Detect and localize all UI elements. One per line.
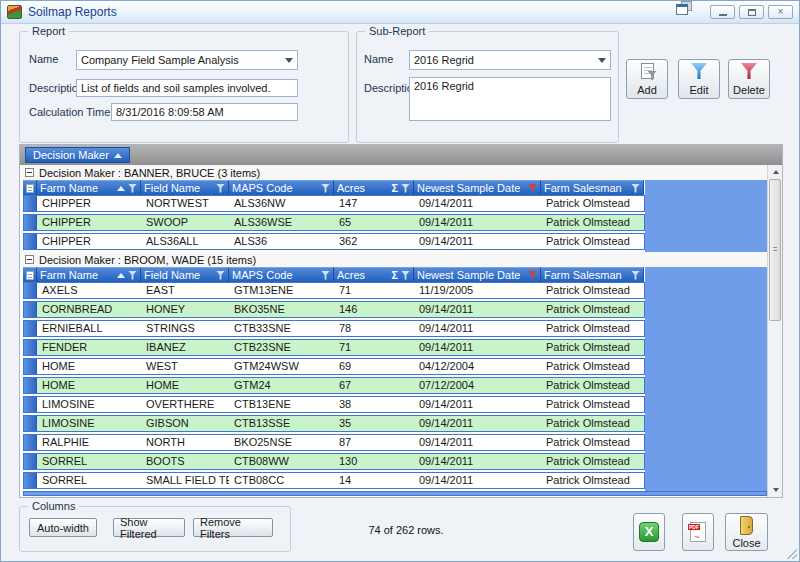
grid-cell: HONEY xyxy=(141,302,229,317)
row-indicator[interactable] xyxy=(24,196,37,211)
table-row[interactable]: HOMEWESTGTM24WSW6904/12/2004Patrick Olms… xyxy=(23,358,645,375)
sub-report-name-combo[interactable]: 2016 Regrid xyxy=(409,50,611,70)
filter-icon[interactable] xyxy=(631,184,640,193)
group-row[interactable]: Decision Maker : BROOM, WADE (15 items) xyxy=(23,252,767,267)
scroll-up-button[interactable] xyxy=(769,166,782,178)
filter-icon[interactable] xyxy=(321,271,330,280)
row-selector-header[interactable] xyxy=(23,267,37,282)
group-by-panel[interactable]: Decision Maker xyxy=(20,145,782,165)
minimize-button[interactable] xyxy=(710,5,735,19)
add-button[interactable]: Add xyxy=(626,59,668,99)
filter-icon[interactable] xyxy=(401,184,410,193)
column-header-field-name[interactable]: Field Name xyxy=(141,267,229,282)
column-header-farm-salesman[interactable]: Farm Salesman xyxy=(541,180,644,195)
collapse-group-button[interactable] xyxy=(25,168,34,177)
filter-icon[interactable] xyxy=(128,184,137,193)
auto-width-button[interactable]: Auto-width xyxy=(29,518,97,537)
calculation-time-field[interactable]: 8/31/2016 8:09:58 AM xyxy=(111,103,298,121)
table-row[interactable]: ERNIEBALLSTRINGSCTB33SNE7809/14/2011Patr… xyxy=(23,320,645,337)
row-indicator[interactable] xyxy=(24,359,37,374)
row-indicator[interactable] xyxy=(24,473,37,488)
resize-grip[interactable] xyxy=(787,549,797,559)
row-indicator[interactable] xyxy=(24,378,37,393)
row-indicator[interactable] xyxy=(24,416,37,431)
table-row[interactable]: HOMEHOMEGTM246707/12/2004Patrick Olmstea… xyxy=(23,377,645,394)
edit-button[interactable]: Edit xyxy=(678,59,720,99)
show-filtered-button[interactable]: Show Filtered xyxy=(113,518,185,537)
scrollbar-thumb[interactable] xyxy=(769,179,781,321)
report-description-field[interactable]: List of fields and soil samples involved… xyxy=(76,79,298,97)
table-row[interactable]: CHIPPERALS36ALLALS3636209/14/2011Patrick… xyxy=(23,233,645,250)
row-indicator[interactable] xyxy=(24,454,37,469)
table-row[interactable]: CORNBREADHONEYBKO35NE14609/14/2011Patric… xyxy=(23,301,645,318)
column-header-farm-name[interactable]: Farm Name xyxy=(37,180,141,195)
group-row[interactable]: Decision Maker : BANNER, BRUCE (3 items) xyxy=(23,165,767,180)
grid-cell: 09/14/2011 xyxy=(414,302,541,317)
filter-icon[interactable] xyxy=(128,271,137,280)
filter-icon[interactable] xyxy=(401,271,410,280)
column-header-maps-code[interactable]: MAPS Code xyxy=(229,267,334,282)
column-header-acres[interactable]: AcresΣ xyxy=(334,267,414,282)
close-button[interactable]: Close xyxy=(725,513,768,551)
column-header-newest-sample-date[interactable]: Newest Sample Date xyxy=(414,267,541,282)
column-header-label: Field Name xyxy=(144,182,200,194)
grid-cell: 07/12/2004 xyxy=(414,378,541,393)
grid-cell: CHIPPER xyxy=(37,215,141,230)
row-indicator[interactable] xyxy=(24,302,37,317)
form-window-icon[interactable] xyxy=(676,1,692,15)
table-row[interactable]: SORRELSMALL FIELD TESTCTB08CC1409/14/201… xyxy=(23,472,645,489)
grid-cell: Patrick Olmstead xyxy=(541,234,644,249)
partial-row xyxy=(23,491,767,496)
column-header-farm-name[interactable]: Farm Name xyxy=(37,267,141,282)
row-indicator[interactable] xyxy=(24,435,37,450)
row-indicator[interactable] xyxy=(24,234,37,249)
column-header-acres[interactable]: AcresΣ xyxy=(334,180,414,195)
filter-icon[interactable] xyxy=(631,271,640,280)
table-row[interactable]: LIMOSINEOVERTHERECTB13ENE3809/14/2011Pat… xyxy=(23,396,645,413)
grid-cell: HOME xyxy=(141,378,229,393)
table-row[interactable]: FENDERIBANEZCTB23SNE7109/14/2011Patrick … xyxy=(23,339,645,356)
active-filter-icon[interactable] xyxy=(528,271,537,280)
column-header-newest-sample-date[interactable]: Newest Sample Date xyxy=(414,180,541,195)
export-pdf-button[interactable]: PDF xyxy=(682,513,714,551)
table-row[interactable]: LIMOSINEGIBSONCTB13SSE3509/14/2011Patric… xyxy=(23,415,645,432)
table-row[interactable]: RALPHIENORTHBKO25NSE8709/14/2011Patrick … xyxy=(23,434,645,451)
group-table: Farm NameField NameMAPS CodeAcresΣNewest… xyxy=(23,267,645,491)
remove-filters-button[interactable]: Remove Filters xyxy=(193,518,273,537)
grid-cell: 09/14/2011 xyxy=(414,454,541,469)
filter-icon[interactable] xyxy=(321,184,330,193)
app-icon xyxy=(7,5,22,19)
row-indicator[interactable] xyxy=(24,283,37,298)
grid-cell: CHIPPER xyxy=(37,234,141,249)
table-row[interactable]: SORRELBOOTSCTB08WW13009/14/2011Patrick O… xyxy=(23,453,645,470)
row-indicator[interactable] xyxy=(24,215,37,230)
grid-cell: NORTWEST xyxy=(141,196,229,211)
active-filter-icon[interactable] xyxy=(528,184,537,193)
maximize-button[interactable] xyxy=(739,5,764,19)
scroll-down-button[interactable] xyxy=(769,484,782,496)
delete-button[interactable]: Delete xyxy=(728,59,770,99)
group-by-decision-maker-button[interactable]: Decision Maker xyxy=(25,147,130,163)
column-header-farm-salesman[interactable]: Farm Salesman xyxy=(541,267,644,282)
row-indicator[interactable] xyxy=(24,321,37,336)
column-header-field-name[interactable]: Field Name xyxy=(141,180,229,195)
grid-cell: CTB13ENE xyxy=(229,397,334,412)
remove-filters-label: Remove Filters xyxy=(200,516,266,540)
sub-report-description-field[interactable]: 2016 Regrid xyxy=(409,77,611,121)
collapse-group-button[interactable] xyxy=(25,255,34,264)
close-window-button[interactable]: × xyxy=(768,5,793,19)
row-indicator[interactable] xyxy=(24,340,37,355)
filter-icon[interactable] xyxy=(216,184,225,193)
table-row[interactable]: CHIPPERNORTWESTALS36NW14709/14/2011Patri… xyxy=(23,195,645,212)
grid-cell: 09/14/2011 xyxy=(414,435,541,450)
export-excel-button[interactable]: X xyxy=(633,513,665,551)
vertical-scrollbar[interactable] xyxy=(767,165,782,497)
column-header-maps-code[interactable]: MAPS Code xyxy=(229,180,334,195)
row-selector-header[interactable] xyxy=(23,180,37,195)
row-indicator[interactable] xyxy=(24,397,37,412)
report-name-combo[interactable]: Company Field Sample Analysis xyxy=(76,50,298,70)
grid-cell: ALS36ALL xyxy=(141,234,229,249)
table-row[interactable]: CHIPPERSWOOPALS36WSE6509/14/2011Patrick … xyxy=(23,214,645,231)
filter-icon[interactable] xyxy=(216,271,225,280)
table-row[interactable]: AXELSEASTGTM13ENE7111/19/2005Patrick Olm… xyxy=(23,282,645,299)
